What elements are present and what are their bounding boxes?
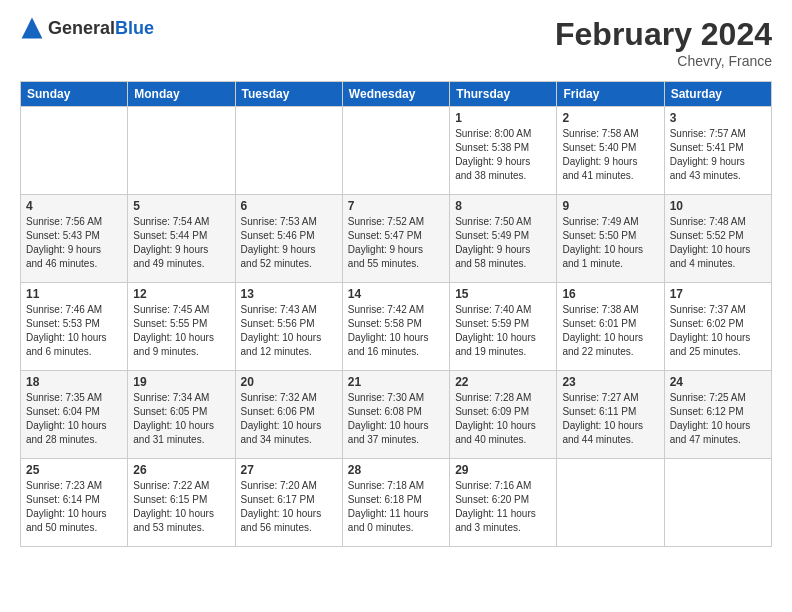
day-cell: [664, 459, 771, 547]
day-cell: 23Sunrise: 7:27 AM Sunset: 6:11 PM Dayli…: [557, 371, 664, 459]
day-info: Sunrise: 7:40 AM Sunset: 5:59 PM Dayligh…: [455, 303, 551, 359]
day-cell: 21Sunrise: 7:30 AM Sunset: 6:08 PM Dayli…: [342, 371, 449, 459]
day-cell: 4Sunrise: 7:56 AM Sunset: 5:43 PM Daylig…: [21, 195, 128, 283]
day-number: 21: [348, 375, 444, 389]
col-header-wednesday: Wednesday: [342, 82, 449, 107]
day-cell: 15Sunrise: 7:40 AM Sunset: 5:59 PM Dayli…: [450, 283, 557, 371]
day-cell: 26Sunrise: 7:22 AM Sunset: 6:15 PM Dayli…: [128, 459, 235, 547]
day-info: Sunrise: 7:52 AM Sunset: 5:47 PM Dayligh…: [348, 215, 444, 271]
day-number: 16: [562, 287, 658, 301]
day-cell: 11Sunrise: 7:46 AM Sunset: 5:53 PM Dayli…: [21, 283, 128, 371]
day-cell: 24Sunrise: 7:25 AM Sunset: 6:12 PM Dayli…: [664, 371, 771, 459]
day-info: Sunrise: 7:53 AM Sunset: 5:46 PM Dayligh…: [241, 215, 337, 271]
day-cell: [128, 107, 235, 195]
day-cell: 17Sunrise: 7:37 AM Sunset: 6:02 PM Dayli…: [664, 283, 771, 371]
day-info: Sunrise: 7:56 AM Sunset: 5:43 PM Dayligh…: [26, 215, 122, 271]
day-info: Sunrise: 7:50 AM Sunset: 5:49 PM Dayligh…: [455, 215, 551, 271]
day-cell: [342, 107, 449, 195]
col-header-tuesday: Tuesday: [235, 82, 342, 107]
day-number: 11: [26, 287, 122, 301]
day-number: 10: [670, 199, 766, 213]
day-cell: [21, 107, 128, 195]
day-number: 8: [455, 199, 551, 213]
day-number: 5: [133, 199, 229, 213]
day-info: Sunrise: 7:46 AM Sunset: 5:53 PM Dayligh…: [26, 303, 122, 359]
day-info: Sunrise: 7:22 AM Sunset: 6:15 PM Dayligh…: [133, 479, 229, 535]
day-info: Sunrise: 7:27 AM Sunset: 6:11 PM Dayligh…: [562, 391, 658, 447]
day-info: Sunrise: 8:00 AM Sunset: 5:38 PM Dayligh…: [455, 127, 551, 183]
week-row-3: 11Sunrise: 7:46 AM Sunset: 5:53 PM Dayli…: [21, 283, 772, 371]
day-number: 12: [133, 287, 229, 301]
day-info: Sunrise: 7:25 AM Sunset: 6:12 PM Dayligh…: [670, 391, 766, 447]
day-number: 14: [348, 287, 444, 301]
day-cell: 3Sunrise: 7:57 AM Sunset: 5:41 PM Daylig…: [664, 107, 771, 195]
day-number: 2: [562, 111, 658, 125]
day-number: 20: [241, 375, 337, 389]
day-number: 27: [241, 463, 337, 477]
day-cell: 5Sunrise: 7:54 AM Sunset: 5:44 PM Daylig…: [128, 195, 235, 283]
svg-marker-0: [22, 18, 43, 39]
logo-icon: [20, 16, 44, 40]
day-number: 6: [241, 199, 337, 213]
day-cell: 16Sunrise: 7:38 AM Sunset: 6:01 PM Dayli…: [557, 283, 664, 371]
calendar-table: SundayMondayTuesdayWednesdayThursdayFrid…: [20, 81, 772, 547]
day-number: 7: [348, 199, 444, 213]
day-number: 25: [26, 463, 122, 477]
day-number: 15: [455, 287, 551, 301]
day-cell: 19Sunrise: 7:34 AM Sunset: 6:05 PM Dayli…: [128, 371, 235, 459]
day-number: 29: [455, 463, 551, 477]
day-info: Sunrise: 7:58 AM Sunset: 5:40 PM Dayligh…: [562, 127, 658, 183]
day-info: Sunrise: 7:42 AM Sunset: 5:58 PM Dayligh…: [348, 303, 444, 359]
day-number: 22: [455, 375, 551, 389]
day-cell: 6Sunrise: 7:53 AM Sunset: 5:46 PM Daylig…: [235, 195, 342, 283]
day-cell: 13Sunrise: 7:43 AM Sunset: 5:56 PM Dayli…: [235, 283, 342, 371]
col-header-friday: Friday: [557, 82, 664, 107]
day-number: 28: [348, 463, 444, 477]
day-number: 17: [670, 287, 766, 301]
logo-general-text: GeneralBlue: [48, 18, 154, 39]
day-number: 23: [562, 375, 658, 389]
col-header-monday: Monday: [128, 82, 235, 107]
month-year-title: February 2024: [555, 16, 772, 53]
day-info: Sunrise: 7:23 AM Sunset: 6:14 PM Dayligh…: [26, 479, 122, 535]
day-cell: 12Sunrise: 7:45 AM Sunset: 5:55 PM Dayli…: [128, 283, 235, 371]
day-cell: 28Sunrise: 7:18 AM Sunset: 6:18 PM Dayli…: [342, 459, 449, 547]
day-number: 4: [26, 199, 122, 213]
day-info: Sunrise: 7:43 AM Sunset: 5:56 PM Dayligh…: [241, 303, 337, 359]
col-header-sunday: Sunday: [21, 82, 128, 107]
day-info: Sunrise: 7:20 AM Sunset: 6:17 PM Dayligh…: [241, 479, 337, 535]
day-cell: [557, 459, 664, 547]
day-cell: 18Sunrise: 7:35 AM Sunset: 6:04 PM Dayli…: [21, 371, 128, 459]
day-info: Sunrise: 7:37 AM Sunset: 6:02 PM Dayligh…: [670, 303, 766, 359]
page-header: GeneralBlue February 2024 Chevry, France: [20, 16, 772, 69]
day-info: Sunrise: 7:38 AM Sunset: 6:01 PM Dayligh…: [562, 303, 658, 359]
day-cell: 20Sunrise: 7:32 AM Sunset: 6:06 PM Dayli…: [235, 371, 342, 459]
week-row-5: 25Sunrise: 7:23 AM Sunset: 6:14 PM Dayli…: [21, 459, 772, 547]
day-number: 18: [26, 375, 122, 389]
logo: GeneralBlue: [20, 16, 154, 40]
day-info: Sunrise: 7:48 AM Sunset: 5:52 PM Dayligh…: [670, 215, 766, 271]
day-info: Sunrise: 7:57 AM Sunset: 5:41 PM Dayligh…: [670, 127, 766, 183]
day-cell: 27Sunrise: 7:20 AM Sunset: 6:17 PM Dayli…: [235, 459, 342, 547]
title-block: February 2024 Chevry, France: [555, 16, 772, 69]
day-cell: 9Sunrise: 7:49 AM Sunset: 5:50 PM Daylig…: [557, 195, 664, 283]
day-cell: [235, 107, 342, 195]
day-cell: 10Sunrise: 7:48 AM Sunset: 5:52 PM Dayli…: [664, 195, 771, 283]
day-cell: 2Sunrise: 7:58 AM Sunset: 5:40 PM Daylig…: [557, 107, 664, 195]
day-info: Sunrise: 7:54 AM Sunset: 5:44 PM Dayligh…: [133, 215, 229, 271]
day-number: 13: [241, 287, 337, 301]
week-row-2: 4Sunrise: 7:56 AM Sunset: 5:43 PM Daylig…: [21, 195, 772, 283]
day-cell: 29Sunrise: 7:16 AM Sunset: 6:20 PM Dayli…: [450, 459, 557, 547]
day-cell: 1Sunrise: 8:00 AM Sunset: 5:38 PM Daylig…: [450, 107, 557, 195]
day-cell: 25Sunrise: 7:23 AM Sunset: 6:14 PM Dayli…: [21, 459, 128, 547]
day-info: Sunrise: 7:32 AM Sunset: 6:06 PM Dayligh…: [241, 391, 337, 447]
col-header-saturday: Saturday: [664, 82, 771, 107]
col-header-thursday: Thursday: [450, 82, 557, 107]
header-row: SundayMondayTuesdayWednesdayThursdayFrid…: [21, 82, 772, 107]
week-row-4: 18Sunrise: 7:35 AM Sunset: 6:04 PM Dayli…: [21, 371, 772, 459]
day-info: Sunrise: 7:30 AM Sunset: 6:08 PM Dayligh…: [348, 391, 444, 447]
day-number: 9: [562, 199, 658, 213]
day-info: Sunrise: 7:28 AM Sunset: 6:09 PM Dayligh…: [455, 391, 551, 447]
day-cell: 8Sunrise: 7:50 AM Sunset: 5:49 PM Daylig…: [450, 195, 557, 283]
day-info: Sunrise: 7:49 AM Sunset: 5:50 PM Dayligh…: [562, 215, 658, 271]
